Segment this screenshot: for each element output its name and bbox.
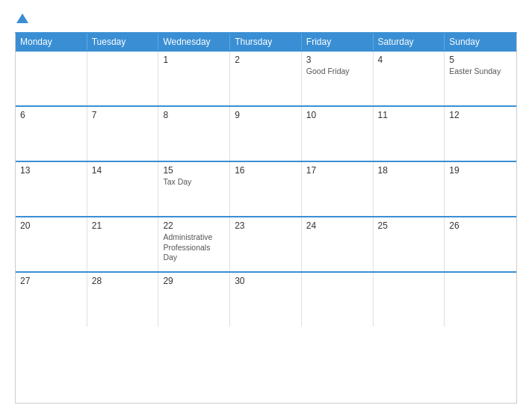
cal-cell: 26	[445, 217, 516, 271]
event-label: Good Friday	[306, 67, 368, 77]
day-number: 18	[378, 165, 440, 176]
day-number: 23	[235, 220, 297, 231]
cal-cell: 30	[230, 273, 302, 327]
day-number: 13	[20, 165, 82, 176]
event-label: Administrative Professionals Day	[163, 232, 225, 263]
cal-cell: 9	[230, 107, 302, 161]
week-row-5: 27282930	[16, 271, 516, 327]
cal-cell: 5Easter Sunday	[445, 52, 516, 105]
day-number: 28	[92, 276, 154, 286]
weekday-header-tuesday: Tuesday	[87, 34, 159, 50]
cal-cell: 23	[230, 217, 302, 271]
day-number: 6	[20, 110, 82, 120]
cal-cell: 2	[230, 52, 302, 105]
day-number: 15	[163, 165, 225, 176]
cal-cell: 4	[374, 52, 445, 105]
event-label: Tax Day	[163, 177, 225, 188]
calendar-page: MondayTuesdayWednesdayThursdayFridaySatu…	[0, 0, 532, 411]
cal-cell: 21	[87, 217, 159, 271]
day-number: 10	[306, 110, 368, 120]
cal-cell: 29	[158, 273, 230, 327]
day-number: 22	[163, 220, 225, 231]
cal-cell: 3Good Friday	[302, 52, 374, 105]
cal-cell: 28	[87, 273, 159, 327]
cal-cell: 25	[374, 217, 445, 271]
logo-triangle-icon	[16, 13, 28, 23]
cal-cell	[445, 273, 516, 327]
weekday-header-thursday: Thursday	[230, 34, 302, 50]
week-row-1: 123Good Friday45Easter Sunday	[16, 50, 516, 105]
week-row-3: 131415Tax Day16171819	[16, 161, 516, 216]
cal-cell	[16, 52, 87, 105]
cal-cell: 15Tax Day	[158, 162, 230, 216]
day-number: 4	[378, 55, 440, 65]
week-row-2: 6789101112	[16, 105, 516, 161]
cal-cell: 7	[87, 107, 159, 161]
calendar-header-row: MondayTuesdayWednesdayThursdayFridaySatu…	[16, 34, 516, 50]
weekday-header-sunday: Sunday	[445, 34, 516, 50]
cal-cell: 14	[87, 162, 159, 216]
cal-cell	[374, 273, 445, 327]
day-number: 25	[378, 220, 440, 231]
day-number: 19	[449, 165, 512, 176]
cal-cell: 19	[445, 162, 516, 216]
day-number: 20	[20, 220, 82, 231]
cal-cell: 16	[230, 162, 302, 216]
cal-cell: 10	[302, 107, 374, 161]
cal-cell: 24	[302, 217, 374, 271]
weekday-header-monday: Monday	[16, 34, 87, 50]
weekday-header-saturday: Saturday	[374, 34, 445, 50]
day-number: 21	[92, 220, 154, 231]
calendar-body: 123Good Friday45Easter Sunday67891011121…	[16, 50, 516, 327]
calendar-grid: MondayTuesdayWednesdayThursdayFridaySatu…	[15, 32, 517, 404]
event-label: Easter Sunday	[449, 67, 512, 77]
day-number: 7	[92, 110, 154, 120]
day-number: 26	[449, 220, 512, 231]
day-number: 8	[163, 110, 225, 120]
header	[15, 13, 517, 25]
week-row-4: 202122Administrative Professionals Day23…	[16, 216, 516, 271]
day-number: 24	[306, 220, 368, 231]
cal-cell: 1	[158, 52, 230, 105]
day-number: 30	[235, 276, 297, 286]
cal-cell: 22Administrative Professionals Day	[158, 217, 230, 271]
cal-cell: 12	[445, 107, 516, 161]
weekday-header-friday: Friday	[302, 34, 374, 50]
cal-cell: 6	[16, 107, 87, 161]
cal-cell: 13	[16, 162, 87, 216]
day-number: 11	[378, 110, 440, 120]
cal-cell: 17	[302, 162, 374, 216]
cal-cell	[87, 52, 159, 105]
day-number: 1	[163, 55, 225, 65]
logo	[15, 13, 28, 25]
day-number: 29	[163, 276, 225, 286]
day-number: 2	[235, 55, 297, 65]
cal-cell	[302, 273, 374, 327]
day-number: 16	[235, 165, 297, 176]
day-number: 12	[449, 110, 512, 120]
weekday-header-wednesday: Wednesday	[158, 34, 230, 50]
day-number: 3	[306, 55, 368, 65]
cal-cell: 18	[374, 162, 445, 216]
day-number: 5	[449, 55, 512, 65]
cal-cell: 11	[374, 107, 445, 161]
cal-cell: 8	[158, 107, 230, 161]
cal-cell: 27	[16, 273, 87, 327]
day-number: 14	[92, 165, 154, 176]
day-number: 9	[235, 110, 297, 120]
cal-cell: 20	[16, 217, 87, 271]
day-number: 17	[306, 165, 368, 176]
day-number: 27	[20, 276, 82, 286]
